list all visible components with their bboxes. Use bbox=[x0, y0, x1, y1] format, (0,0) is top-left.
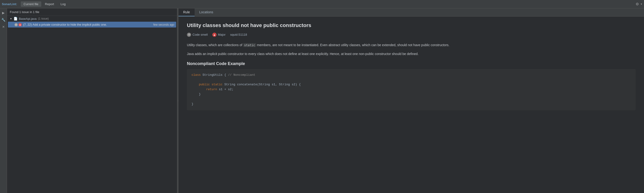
settings-gear-icon[interactable]: ⚙ bbox=[636, 2, 639, 6]
issue-summary: Found 1 issue in 1 file bbox=[7, 8, 177, 16]
meta-smell: ⊙ Code smell bbox=[187, 33, 208, 37]
settings-dropdown-icon[interactable]: ▾ bbox=[641, 2, 642, 5]
rule-squid: squid:S1118 bbox=[230, 33, 247, 36]
rule-description-1: Utility classes, which are collections o… bbox=[187, 42, 636, 48]
tab-log[interactable]: Log bbox=[58, 1, 68, 7]
run-icon[interactable]: ▶ bbox=[1, 10, 6, 15]
severity-label: Major bbox=[218, 33, 226, 36]
rule-meta: ⊙ Code smell ▲ Major squid:S1118 bbox=[187, 33, 636, 37]
severity-icon: ▲ bbox=[212, 33, 216, 37]
issue-time: few seconds ago bbox=[153, 23, 174, 26]
issue-message: Add a private constructor to hide the im… bbox=[32, 23, 107, 26]
top-bar: SonarLint: Current file Report Log ⚙ ▾ bbox=[0, 0, 644, 8]
file-tree: ▼ 📄 BaseApi.java (1 issue) ⊙ ▲ (7, 22) A… bbox=[7, 16, 177, 193]
file-issue-count: (1 issue) bbox=[38, 17, 49, 20]
major-severity-badge: ▲ bbox=[18, 23, 22, 26]
rule-description-2: Java adds an implicit public constructor… bbox=[187, 51, 636, 56]
issue-text: (7, 22) Add a private constructor to hid… bbox=[23, 23, 152, 26]
tab-rule[interactable]: Rule bbox=[178, 8, 194, 16]
tab-current-file[interactable]: Current file bbox=[21, 1, 41, 7]
right-tabs: Rule Locations bbox=[178, 8, 644, 16]
issue-row[interactable]: ⊙ ▲ (7, 22) Add a private constructor to… bbox=[8, 22, 176, 27]
rule-title: Utility classes should not have public c… bbox=[187, 22, 636, 29]
sidebar-icons: ▶ 🔧 ✕ bbox=[0, 8, 7, 193]
file-name: BaseApi.java bbox=[19, 17, 37, 20]
tools-icon[interactable]: 🔧 bbox=[1, 17, 6, 22]
code-example: class StringUtils { // Noncompliant publ… bbox=[187, 69, 636, 111]
meta-severity: ▲ Major bbox=[212, 33, 226, 37]
rule-section-title: Noncompliant Code Example bbox=[187, 61, 636, 66]
top-bar-right: ⚙ ▾ bbox=[636, 2, 642, 6]
expand-triangle-icon: ▼ bbox=[10, 17, 12, 20]
right-panel: Rule Locations Utility classes should no… bbox=[178, 8, 644, 193]
rule-content: Utility classes should not have public c… bbox=[178, 16, 644, 193]
main-layout: ▶ 🔧 ✕ Found 1 issue in 1 file ▼ 📄 BaseAp… bbox=[0, 8, 644, 193]
issue-location: (7, 22) bbox=[23, 23, 32, 26]
issue-icons: ⊙ ▲ bbox=[14, 23, 22, 26]
tab-locations[interactable]: Locations bbox=[194, 8, 218, 16]
top-bar-tabs: Current file Report Log bbox=[21, 1, 636, 7]
file-row[interactable]: ▼ 📄 BaseApi.java (1 issue) bbox=[7, 16, 177, 21]
tab-report[interactable]: Report bbox=[42, 1, 57, 7]
brand: SonarLint: bbox=[2, 2, 17, 6]
smell-label: Code smell bbox=[192, 33, 208, 36]
left-panel: Found 1 issue in 1 file ▼ 📄 BaseApi.java… bbox=[7, 8, 177, 193]
file-java-icon: 📄 bbox=[14, 17, 18, 20]
smell-icon: ⊙ bbox=[187, 33, 191, 37]
code-smell-badge: ⊙ bbox=[14, 23, 18, 26]
close-icon[interactable]: ✕ bbox=[1, 24, 6, 29]
